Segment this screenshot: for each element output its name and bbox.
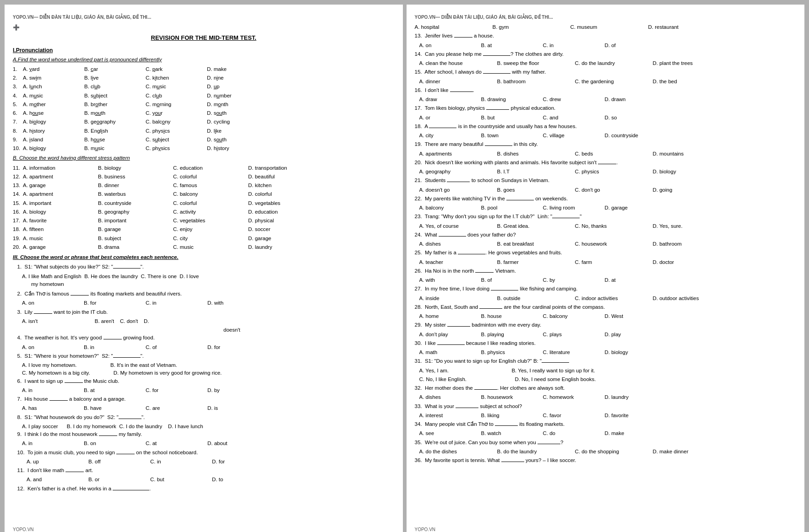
list-item: 28. North, East, South and are the four … [415,303,797,311]
list-item: A. and B. or C. but D. to [13,476,395,484]
table-row: 5. A. mother B. brother C. morning D. mo… [13,101,395,108]
list-item: 7. His house a balcony and a garage. [13,395,395,403]
pages-container: YOPO.VN— DIỄN ĐÀN TÀI LIỆU, GIÁO ÁN, BÀI… [5,5,804,532]
table-row: 17. A. favorite B. important C. vegetabl… [13,217,395,225]
list-item: A. on B. for C. in D. with [13,299,395,307]
list-item: A. don't play B. playing C. plays D. pla… [415,331,797,339]
list-item: 20. Nick doesn't like working with plant… [415,159,797,167]
list-item: 2. Cần Thơ is famous its floating market… [13,290,395,298]
table-row: 8. A. history B. English C. physics D. l… [13,127,395,135]
list-item: 14. Can you please help me ? The clothes… [415,50,797,58]
list-item: 29. My sister badminton with me every da… [415,321,797,329]
list-item: 30. I like because I like reading storie… [415,339,797,347]
table-row: 14. A. apartment B. waterbus C. balcony … [13,190,395,198]
list-item: A. draw B. drawing C. drew D. drawn [415,96,797,103]
list-item: A. has B. have C. are D. is [13,404,395,412]
table-row: 3. A. lunch B. club C. music D. up [13,83,395,91]
list-item: 4. The weather is hot. It's very good gr… [13,334,395,342]
list-item: A. home B. house C. balcony D. West [415,312,797,320]
list-item: A. hospital B. gym C. museum D. restaura… [415,23,797,31]
list-item: 9. I think I do the most housework my fa… [13,430,395,438]
list-item: A. I like Math and English B. He does th… [22,273,395,280]
list-item: 25. My father is a . He grows vegetables… [415,249,797,257]
list-item: 26. Ha Noi is in the north Vietnam. [415,267,797,275]
list-item: 13. Jenifer lives a house. [415,32,797,40]
list-item: C. No, I like English. D. No, I need som… [419,376,797,383]
list-item: A. dishes B. eat breakfast C. housework … [415,240,797,248]
list-item: doesn't [223,326,395,334]
list-item: 33. What is your subject at school? [415,403,797,410]
list-item: A. dishes B. housework C. homework D. la… [415,393,797,401]
page1-header: YOPO.VN— DIỄN ĐÀN TÀI LIỆU, GIÁO ÁN, BÀI… [13,14,395,21]
list-item: A. doesn't go B. goes C. don't go D. goi… [415,186,797,194]
list-item: A. city B. town C. village D. countrysid… [415,132,797,140]
list-item: A. interest B. liking C. favor D. favori… [415,412,797,419]
add-button[interactable]: ➕ [13,23,20,32]
list-item: 17. Tom likes biology, physics physical … [415,104,797,112]
list-item: A. isn't B. aren't C. don't D. [13,317,395,325]
list-item: 12. Ken's father is a chef. He works in … [13,485,395,493]
pronunciation-section: I.Pronunciation [13,46,395,54]
list-item: A. see B. watch C. do D. make [415,430,797,437]
list-item: A. geography B. I.T C. physics D. biolog… [415,168,797,176]
table-row: 13. A. garage B. dinner C. famous D. kit… [13,182,395,189]
list-item: my hometown [31,280,395,288]
list-item: A. I love my hometown. B. It's in the ea… [22,361,395,369]
list-item: A. in B. at C. for D. by [13,387,395,394]
list-item: 6. I want to sign up the Music club. [13,377,395,385]
list-item: 32. Her mother does the . Her clothes ar… [415,384,797,392]
table-row: 7. A. biology B. geography C. balcony D.… [13,118,395,126]
page1-title: REVISION FOR THE MID-TERM TEST. [13,33,395,43]
page1-footer: YOPO.VN [13,526,34,532]
table-row: 16. A. biology B. geography C. activity … [13,208,395,216]
page-2: YOPO.VN— DIỄN ĐÀN TÀI LIỆU, GIÁO ÁN, BÀI… [407,5,805,532]
list-item: A. do the dishes B. do the laundry C. do… [415,448,797,456]
list-item: A. on B. at C. in D. of [415,42,797,49]
list-item: A. in B. on C. at D. about [13,440,395,447]
list-item: A. with B. of C. by D. at [415,276,797,284]
list-item: A. Yes, I am. B. Yes, I really want to s… [419,367,797,375]
section3-title: III. Choose the word or phrase that best… [13,253,395,261]
table-row: 2. A. swim B. live C. kitchen D. nine [13,74,395,82]
list-item: 11. I don't like math art. [13,467,395,474]
list-item: 22. My parents like watching TV in the o… [415,195,797,203]
stress-subtitle: B. Choose the word having different stre… [13,154,395,162]
list-item: 15. After school, I always do with my fa… [415,68,797,76]
list-item: A. teacher B. farmer C. farm D. doctor [415,258,797,266]
table-row: 1. A. yard B. car C. park D. make [13,65,395,73]
list-item: A. I play soccer B. I do my homework C. … [22,423,395,430]
table-row: 19. A. music B. subject C. city D. garag… [13,235,395,242]
list-item: A. up B. off C. in D. for [13,458,395,466]
list-item: 27. In my free time, I love doing like f… [415,285,797,293]
table-row: 11. A. information B. biology C. educati… [13,164,395,172]
list-item: 1. S1: "What subjects do you like?" S2: … [13,263,395,271]
list-item: 34. Many people visit Cần Thơ to its flo… [415,420,797,428]
list-item: A. inside B. outside C. indoor activitie… [415,295,797,302]
table-row: 20. A. garage B. drama C. music D. laund… [13,243,395,251]
table-row: 9. A. island B. house C. subject D. sout… [13,136,395,144]
page2-footer: YOPO.VN [415,526,436,532]
list-item: A. math B. physics C. literature D. biol… [415,349,797,356]
list-item: 19. There are many beautiful in this cit… [415,140,797,148]
list-item: 16. I don't like . [415,86,797,94]
list-item: A. Yes, of course B. Great idea. C. No, … [415,222,797,230]
list-item: A. on B. in C. of D. for [13,344,395,351]
table-row: 12. A. apartment B. business C. colorful… [13,173,395,181]
list-item: 24. What does your father do? [415,231,797,239]
list-item: 31. S1: "Do you want to sign up for Engl… [415,357,797,365]
page2-header: YOPO.VN— DIỄN ĐÀN TÀI LIỆU, GIÁO ÁN, BÀI… [415,14,797,21]
find-word-subtitle: A.Find the word whose underlined part is… [13,56,395,64]
list-item: A. or B. but C. and D. so [415,114,797,122]
list-item: A. clean the house B. sweep the floor C.… [415,59,797,67]
list-item: 36. My favorite sport is tennis. What yo… [415,457,797,464]
list-item: 3. Lily want to join the IT club. [13,308,395,316]
list-item: A. dinner B. bathroom C. the gardening D… [415,78,797,86]
table-row: 10. A. biology B. music C. physics D. hi… [13,145,395,152]
table-row: 6. A. house B. mouth C. your D. south [13,109,395,117]
list-item: 5. S1: "Where is your hometown?" S2: "". [13,352,395,360]
list-item: 18. A is in the countryside and usually … [415,123,797,130]
table-row: 4. A. music B. subject C. club D. number [13,92,395,100]
list-item: 21. Students to school on Sundays in Vie… [415,177,797,184]
table-row: 15. A. important B. countryside C. color… [13,199,395,207]
list-item: A. balcony B. pool C. living room D. gar… [415,204,797,212]
